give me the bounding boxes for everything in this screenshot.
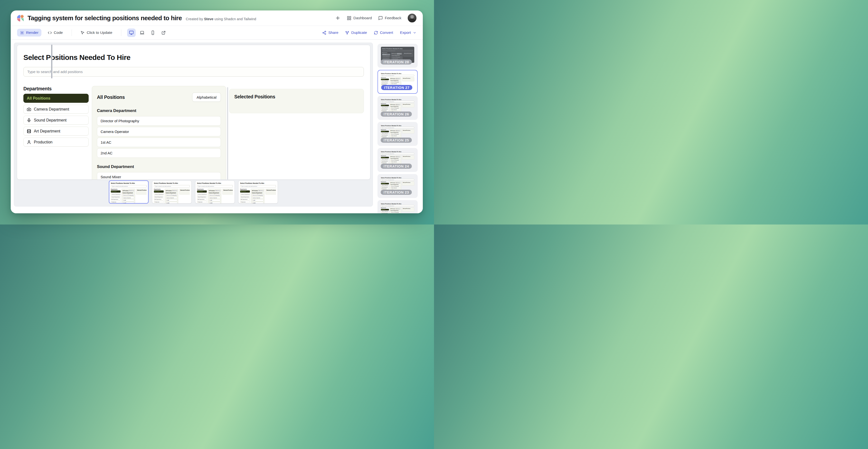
app-preview: Select Positions Needed To Hire Departme… bbox=[17, 45, 370, 180]
duplicate-label: Duplicate bbox=[351, 30, 367, 35]
feedback-button[interactable]: Feedback bbox=[378, 16, 401, 21]
byline-suffix: using Shadcn and Tailwind bbox=[214, 17, 256, 21]
position-item[interactable]: Sound Mixer bbox=[97, 172, 221, 180]
mini-active-department: All Positions bbox=[381, 209, 389, 211]
version-thumbnail-1[interactable]: Select Positions Needed To HireType to s… bbox=[109, 181, 149, 203]
feedback-label: Feedback bbox=[385, 16, 401, 20]
version-thumbnail-preview: Select Positions Needed To HireType to s… bbox=[154, 182, 190, 203]
new-project-button[interactable] bbox=[335, 15, 340, 21]
sidebar-item-production[interactable]: Production bbox=[23, 137, 89, 147]
iteration-badge: ITERATION 23 bbox=[381, 190, 412, 195]
film-icon bbox=[27, 129, 31, 133]
chevron-down-icon bbox=[413, 31, 416, 35]
laptop-view-button[interactable] bbox=[138, 29, 146, 37]
camera-icon bbox=[27, 107, 31, 111]
code-brackets-icon bbox=[48, 31, 52, 35]
click-to-update-button[interactable]: Click to Update bbox=[78, 29, 115, 36]
mini-department-row: Camera Department bbox=[381, 159, 389, 160]
sidebar-item-all-positions[interactable]: All Positions bbox=[23, 94, 89, 103]
positions-scrollbar[interactable] bbox=[227, 87, 228, 180]
mini-department-row: Camera Department bbox=[381, 185, 389, 186]
position-item[interactable]: 2nd AC bbox=[97, 148, 221, 158]
app-logo-icon bbox=[17, 15, 24, 22]
iteration-card-iteration-26[interactable]: Select Positions Needed To HireType to s… bbox=[377, 96, 418, 120]
mini-search: Type to search and add positions bbox=[111, 185, 147, 188]
export-button[interactable]: Export bbox=[400, 30, 416, 35]
version-thumbnail-4[interactable]: Select Positions Needed To HireType to s… bbox=[238, 181, 278, 203]
fork-icon bbox=[345, 31, 349, 35]
mini-department-row: Art Department bbox=[154, 198, 164, 200]
app-heading: Select Positions Needed To Hire bbox=[23, 53, 364, 62]
mini-title: Select Positions Needed To Hire bbox=[382, 48, 413, 50]
toolbar-left: Render Code Click to Update bbox=[17, 29, 322, 37]
iteration-badge: ITERATION 26 bbox=[381, 111, 412, 117]
code-tab[interactable]: Code bbox=[45, 29, 66, 36]
iteration-card[interactable]: Select Positions Needed To HireType to s… bbox=[377, 200, 418, 213]
mini-title: Select Positions Needed To Hire bbox=[154, 182, 190, 184]
header-left: Tagging system for selecting positions n… bbox=[17, 14, 335, 22]
mini-department-row: Sound Department bbox=[381, 108, 389, 110]
position-group: Camera Department Director of Photograph… bbox=[97, 108, 221, 158]
speech-bubble-icon bbox=[378, 16, 383, 21]
open-preview-button[interactable] bbox=[159, 29, 168, 37]
positions-groups: Camera Department Director of Photograph… bbox=[97, 108, 221, 180]
iteration-card-iteration-27[interactable]: Select Positions Needed To HireType to s… bbox=[377, 70, 418, 94]
dashboard-label: Dashboard bbox=[353, 16, 372, 20]
sidebar-item-sound-department[interactable]: Sound Department bbox=[23, 116, 89, 125]
position-item[interactable]: 1st AC bbox=[97, 137, 221, 147]
mini-position-row: 2nd AC bbox=[123, 202, 134, 204]
all-positions-heading: All Positions bbox=[97, 94, 125, 100]
mini-position-row: 1st AC bbox=[123, 199, 134, 201]
mini-department-row: Sound Department bbox=[197, 196, 207, 198]
convert-button[interactable]: Convert bbox=[374, 30, 393, 35]
preview-canvas: Select Positions Needed To Hire Departme… bbox=[14, 43, 373, 206]
mini-department-row: Camera Department bbox=[197, 193, 207, 195]
byline-author: Steve bbox=[204, 17, 214, 21]
byline-prefix: Created by bbox=[186, 17, 203, 21]
film-icon bbox=[27, 129, 31, 133]
iteration-card-iteration-23[interactable]: Select Positions Needed To HireType to s… bbox=[377, 174, 418, 198]
iteration-card-iteration-25[interactable]: Select Positions Needed To HireType to s… bbox=[377, 122, 418, 146]
iterations-scrollbar[interactable] bbox=[51, 44, 52, 78]
dashboard-button[interactable]: Dashboard bbox=[347, 16, 372, 21]
desktop-icon bbox=[129, 30, 134, 35]
render-tab[interactable]: Render bbox=[17, 29, 41, 36]
person-icon bbox=[27, 140, 31, 145]
share-label: Share bbox=[328, 30, 338, 35]
duplicate-button[interactable]: Duplicate bbox=[345, 30, 367, 35]
all-positions-header: All Positions Alphabetical bbox=[97, 93, 221, 102]
mini-position-row: Camera Operator bbox=[391, 187, 401, 189]
share-button[interactable]: Share bbox=[322, 30, 338, 35]
departments-heading: Departments bbox=[23, 86, 89, 92]
version-thumbnail-2[interactable]: Select Positions Needed To HireType to s… bbox=[152, 181, 192, 203]
iteration-card-iteration-24[interactable]: Select Positions Needed To HireType to s… bbox=[377, 148, 418, 172]
header-actions: Dashboard Feedback bbox=[335, 13, 416, 23]
microphone-icon bbox=[27, 118, 31, 123]
mini-title: Select Positions Needed To Hire bbox=[197, 182, 233, 184]
positions-search-input[interactable] bbox=[23, 67, 364, 77]
mini-position-row: 2nd AC bbox=[165, 202, 177, 204]
mini-title: Select Positions Needed To Hire bbox=[381, 177, 414, 179]
position-item[interactable]: Director of Photography bbox=[97, 116, 221, 126]
position-item[interactable]: Camera Operator bbox=[97, 127, 221, 136]
mini-title: Select Positions Needed To Hire bbox=[240, 182, 276, 184]
mini-department-row: Camera Department bbox=[381, 211, 389, 212]
logo-blue-quarter-icon bbox=[17, 15, 20, 18]
iteration-thumbnail: Select Positions Needed To HireType to s… bbox=[381, 203, 414, 213]
mini-search: Type to search and add positions bbox=[240, 185, 276, 188]
iteration-badge: ITERATION 24 bbox=[381, 164, 412, 169]
mini-position-row: 2nd AC bbox=[209, 202, 220, 204]
mini-active-department: All Positions bbox=[154, 190, 164, 193]
iteration-card-iteration-28[interactable]: Select Positions Needed To HireType to s… bbox=[377, 44, 418, 68]
sidebar-item-camera-department[interactable]: Camera Department bbox=[23, 105, 89, 114]
iteration-badge: ITERATION 25 bbox=[381, 137, 412, 143]
phone-view-button[interactable] bbox=[149, 29, 157, 37]
sort-alphabetical-button[interactable]: Alphabetical bbox=[192, 93, 221, 102]
user-avatar[interactable] bbox=[408, 13, 416, 23]
code-label: Code bbox=[54, 30, 63, 35]
mini-department-row: Production bbox=[240, 201, 250, 203]
version-thumbnail-3[interactable]: Select Positions Needed To HireType to s… bbox=[195, 181, 235, 203]
selected-positions-panel: Selected Positions bbox=[229, 89, 364, 113]
sidebar-item-art-department[interactable]: Art Department bbox=[23, 127, 89, 136]
desktop-view-button[interactable] bbox=[127, 29, 136, 37]
